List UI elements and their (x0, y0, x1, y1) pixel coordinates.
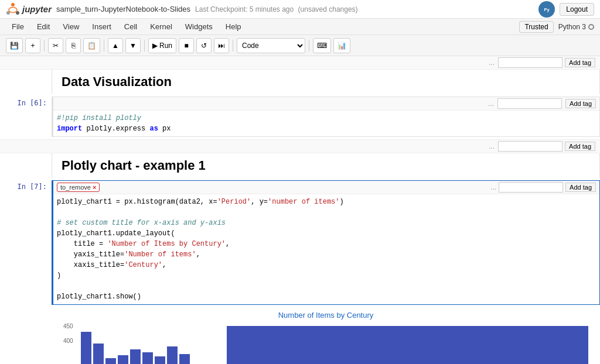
restart-run-button[interactable]: ⏭ (214, 38, 229, 53)
menu-insert[interactable]: Insert (86, 21, 117, 32)
cell-7-wrapper: to_remove × ... Add tag plotly_chart1 = … (52, 180, 600, 305)
cell-6-outer: In [6]: ... Add tag #!pip install plotly… (0, 97, 600, 137)
menu-edit[interactable]: Edit (31, 21, 56, 32)
tag-label: to_remove (60, 184, 91, 191)
cell-label-empty-1 (0, 70, 52, 94)
cell-6-code: #!pip install plotly import plotly.expre… (53, 111, 599, 136)
data-visualization-cell: Data Visualization (0, 70, 600, 94)
cell-label-empty-2 (0, 153, 52, 178)
trusted-button[interactable]: Trusted (519, 21, 553, 33)
logout-button[interactable]: Logout (560, 3, 594, 16)
chart-title: Number of Items by Century (63, 311, 588, 320)
between-add-tag-button[interactable]: Add tag (565, 142, 595, 151)
topbar-right: Py Logout (538, 1, 594, 18)
cell-6-tag-input[interactable] (497, 98, 562, 109)
cell-7-dots[interactable]: ... (490, 183, 496, 191)
menu-cell[interactable]: Cell (118, 21, 143, 32)
restart-button[interactable]: ↺ (196, 38, 212, 53)
between-tag-input[interactable] (498, 141, 562, 152)
interrupt-button[interactable]: ■ (179, 38, 194, 53)
data-visualization-title: Data Visualization (62, 74, 172, 89)
menu-kernel[interactable]: Kernel (144, 21, 178, 32)
plotly-example-title: Plotly chart - example 1 (62, 155, 206, 176)
chart-button[interactable]: 📊 (333, 38, 350, 53)
move-up-button[interactable]: ▲ (108, 38, 123, 53)
data-visualization-content: Data Visualization (52, 70, 600, 94)
python-icon: Py (538, 1, 555, 18)
y-label-450: 450 (63, 323, 73, 329)
between-dots[interactable]: ... (489, 142, 495, 150)
menubar: File Edit View Insert Cell Kernel Widget… (0, 19, 600, 35)
cell-7-tag-input[interactable] (499, 182, 563, 193)
cell-7-add-tag-button[interactable]: Add tag (565, 183, 596, 192)
bar-last (227, 326, 588, 364)
paste-button[interactable]: 📋 (83, 38, 100, 53)
top-add-tag-button[interactable]: Add tag (565, 58, 595, 67)
cell-7-tag-area: to_remove × ... Add tag (53, 181, 599, 194)
bar-5 (130, 349, 141, 364)
cell-7-code: plotly_chart1 = px.histogram(data2, x='P… (53, 194, 599, 304)
save-button[interactable]: 💾 (6, 38, 23, 53)
bar-2 (93, 344, 104, 364)
plotly-example-content: Plotly chart - example 1 (52, 153, 600, 178)
cell-6-dots[interactable]: ... (488, 99, 494, 108)
jupyter-icon (6, 2, 20, 16)
notebook-title: sample_turn-JupyterNotebook-to-Slides (56, 5, 190, 13)
bar-7 (155, 356, 165, 364)
chart-label-empty (0, 305, 52, 364)
svg-text:Py: Py (544, 7, 550, 12)
move-down-button[interactable]: ▼ (125, 38, 141, 53)
chart-bars (81, 323, 588, 364)
topbar-left: jupyter sample_turn-JupyterNotebook-to-S… (6, 2, 358, 16)
menubar-left: File Edit View Insert Cell Kernel Widget… (6, 21, 247, 32)
checkpoint-info: Last Checkpoint: 5 minutes ago (unsaved … (195, 5, 358, 13)
menubar-right: Trusted Python 3 (519, 21, 594, 33)
to-remove-tag: to_remove × (57, 183, 100, 192)
bar-9 (179, 354, 190, 364)
menu-file[interactable]: File (6, 21, 30, 32)
svg-point-3 (9, 7, 17, 12)
chart-output-row: Number of Items by Century 450 400 (0, 305, 600, 364)
top-tag-row: ... Add tag (0, 56, 600, 70)
cell-7-outer: In [7]: to_remove × ... Add tag plotly_c… (0, 180, 600, 305)
add-cell-button[interactable]: + (25, 38, 40, 53)
bar-1 (81, 332, 91, 364)
toolbar-sep-1 (44, 40, 45, 51)
cell-6-wrapper: ... Add tag #!pip install plotly import … (52, 97, 600, 137)
bar-3 (105, 358, 116, 364)
run-button[interactable]: ▶ Run (148, 38, 176, 53)
menu-widgets[interactable]: Widgets (179, 21, 219, 32)
notebook-content: ... Add tag Data Visualization In [6]: .… (0, 56, 600, 364)
run-icon: ▶ (152, 42, 158, 50)
copy-button[interactable]: ⎘ (66, 38, 81, 53)
y-label-400: 400 (63, 338, 73, 344)
toolbar-sep-2 (104, 40, 104, 51)
cell-6-label: In [6]: (0, 97, 52, 137)
jupyter-logo: jupyter (6, 2, 52, 16)
topbar: jupyter sample_turn-JupyterNotebook-to-S… (0, 0, 600, 19)
bar-6 (142, 352, 153, 364)
chart-area: 450 400 (63, 323, 588, 364)
tag-close-button[interactable]: × (93, 184, 96, 191)
cell-6-tag-area: ... Add tag (53, 97, 599, 111)
svg-point-0 (11, 3, 15, 6)
toolbar-sep-3 (144, 40, 145, 51)
menu-view[interactable]: View (57, 21, 85, 32)
cell-type-select[interactable]: Code Markdown Raw NBConvert (237, 38, 305, 53)
top-tag-input[interactable] (498, 57, 562, 68)
cell-7-label: In [7]: (0, 180, 52, 305)
between-cell-tag-row: ... Add tag (0, 139, 600, 153)
plotly-example-cell: Plotly chart - example 1 (0, 153, 600, 178)
cell-6-add-tag-button[interactable]: Add tag (565, 99, 596, 108)
keyboard-shortcuts-button[interactable]: ⌨ (313, 38, 331, 53)
toolbar-sep-4 (233, 40, 233, 51)
chart-output-content: Number of Items by Century 450 400 (52, 305, 600, 364)
bar-4 (118, 355, 128, 364)
toolbar: 💾 + ✂ ⎘ 📋 ▲ ▼ ▶ Run ■ ↺ ⏭ Code Markdown … (0, 35, 600, 56)
top-dots[interactable]: ... (489, 59, 495, 67)
jupyter-wordmark: jupyter (22, 4, 52, 14)
cut-button[interactable]: ✂ (48, 38, 63, 53)
toolbar-sep-5 (309, 40, 309, 51)
menu-help[interactable]: Help (220, 21, 247, 32)
chart-title-text: Number of Items by Century (278, 311, 374, 320)
